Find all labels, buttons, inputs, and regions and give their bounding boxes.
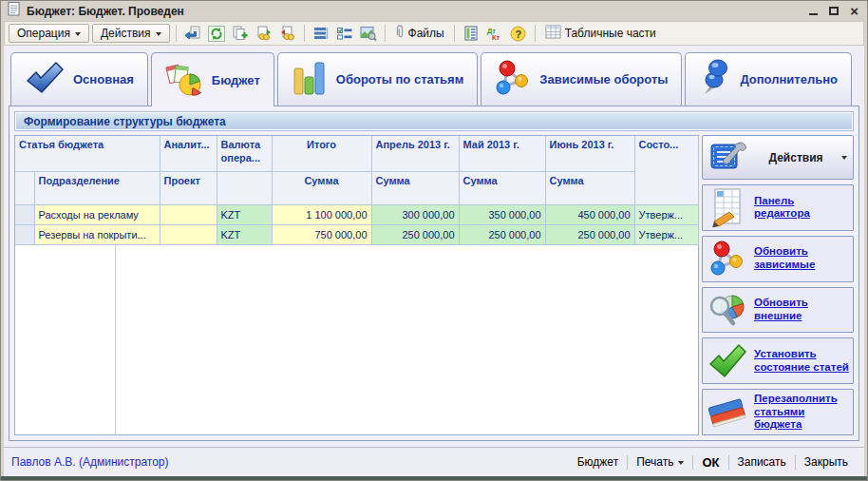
cell-state[interactable]: Утверж... <box>634 224 698 244</box>
col-header-june: Июнь 2013 г. <box>545 136 634 171</box>
cell-total[interactable]: 1 100 000,00 <box>272 204 371 224</box>
tabular-parts-button[interactable]: Табличные части <box>541 23 660 44</box>
settings-wrench-icon <box>708 141 750 175</box>
maximize-button[interactable] <box>829 7 839 15</box>
write-button[interactable]: Записать <box>729 452 795 471</box>
col-header-analytics: Аналит... <box>160 136 217 171</box>
cell-april[interactable]: 300 000,00 <box>371 204 459 224</box>
budget-document-window: Бюджет: Бюджет. Проведен × Операция Дейс… <box>0 0 868 481</box>
table-row: Расходы на рекламу KZT 1 100 000,00 300 … <box>15 204 698 224</box>
tab-label: Бюджет <box>212 73 260 87</box>
window-title: Бюджет: Бюджет. Проведен <box>27 5 803 18</box>
side-actions-button[interactable]: Действия <box>702 135 854 180</box>
tab-byudzhet[interactable]: Бюджет <box>151 52 274 106</box>
refill-articles-button[interactable]: Перезаполнить статьями бюджета <box>702 389 854 435</box>
budget-table-area: Статья бюджета Аналит... Валюта опера...… <box>14 135 699 435</box>
header-row-2: Подразделение Проект Сумма Сумма Сумма С… <box>15 171 698 204</box>
col-header-sum-total: Сумма <box>272 171 371 204</box>
close-form-button[interactable]: Закрыть <box>796 452 857 471</box>
editor-panel-button[interactable]: Панель редактора <box>702 184 854 231</box>
cell-april[interactable]: 250 000,00 <box>371 224 459 244</box>
dropdown-arrow-icon <box>75 32 81 39</box>
structure-picture-icon[interactable] <box>358 23 379 44</box>
print-button[interactable]: Печать <box>628 452 692 471</box>
bar-chart-icon <box>292 60 328 99</box>
tab-zavisimye-oboroty[interactable]: Зависимые обороты <box>481 52 682 106</box>
list-settings-icon[interactable] <box>334 23 355 44</box>
footer-bar: Павлов А.В. (Администратор) Бюджет Печат… <box>4 447 864 476</box>
blue-checkmark-icon <box>25 60 65 99</box>
close-form-label: Закрыть <box>804 455 848 469</box>
post-document-icon[interactable] <box>254 23 274 44</box>
tab-dopolnitelno[interactable]: Дополнительно <box>685 52 852 106</box>
operation-menu-button[interactable]: Операция <box>9 24 89 43</box>
set-state-label: Установить состояние статей <box>754 348 849 375</box>
list-rows-icon[interactable] <box>311 23 331 44</box>
set-state-button[interactable]: Установить состояние статей <box>702 337 854 384</box>
toolbar-separator <box>535 25 536 42</box>
col-header-state: Состо... <box>634 136 698 204</box>
table-row: Резервы на покрыти... KZT 750 000,00 250… <box>15 224 698 244</box>
print-label: Печать <box>636 455 673 469</box>
cell-may[interactable]: 350 000,00 <box>459 204 545 224</box>
cell-may[interactable]: 250 000,00 <box>459 224 545 244</box>
cell-june[interactable]: 250 000,00 <box>545 224 634 244</box>
tab-oboroty-po-statyam[interactable]: Обороты по статьям <box>277 52 479 106</box>
files-button[interactable]: Файлы <box>391 23 448 44</box>
actions-menu-button[interactable]: Действия <box>92 24 170 43</box>
write-label: Записать <box>738 455 786 469</box>
help-icon[interactable]: ? <box>508 23 529 44</box>
editor-panel-label: Панель редактора <box>754 195 849 221</box>
dropdown-arrow-icon <box>678 461 684 468</box>
cell-total[interactable]: 750 000,00 <box>272 224 371 244</box>
refresh-dependent-button[interactable]: Обновить зависимые <box>702 236 854 282</box>
column-splitter[interactable] <box>115 245 116 435</box>
cell-project[interactable] <box>160 224 217 244</box>
documents-pie-chart-icon <box>165 60 203 101</box>
col-header-sum-june: Сумма <box>545 171 634 204</box>
cell-state[interactable]: Утверж... <box>634 204 698 224</box>
refresh-icon[interactable] <box>206 23 227 44</box>
col-header-article: Статья бюджета <box>15 136 160 171</box>
unpost-document-icon[interactable] <box>277 23 298 44</box>
budget-footer-label: Бюджет <box>577 455 618 469</box>
cell-article[interactable]: Расходы на рекламу <box>34 204 160 224</box>
col-header-april: Апрель 2013 г. <box>371 136 459 171</box>
section-header: Формирование структуры бюджета <box>15 112 853 130</box>
current-user-label: Павлов А.В. (Администратор) <box>11 455 569 469</box>
col-header-indicator <box>15 171 34 204</box>
report-icon[interactable] <box>461 23 481 44</box>
refresh-external-label: Обновить внешние <box>754 297 849 323</box>
row-indicator-cell[interactable] <box>15 204 34 224</box>
budget-footer-button[interactable]: Бюджет <box>569 452 627 471</box>
cell-currency[interactable]: KZT <box>217 224 272 244</box>
debit-credit-icon[interactable]: ДтКт <box>484 23 505 44</box>
copy-add-icon[interactable] <box>230 23 251 44</box>
toolbar: Операция Действия <box>4 21 864 46</box>
molecule-icon <box>495 60 531 99</box>
refresh-external-button[interactable]: Обновить внешние <box>702 287 854 334</box>
tab-osnovnaya[interactable]: Основная <box>10 52 148 106</box>
cell-currency[interactable]: KZT <box>217 204 272 224</box>
dropdown-arrow-icon <box>156 32 161 39</box>
spreadsheet-pencil-icon <box>707 187 748 227</box>
cell-project[interactable] <box>160 204 217 224</box>
row-indicator-cell[interactable] <box>15 224 34 244</box>
cell-june[interactable]: 450 000,00 <box>545 204 634 224</box>
close-button[interactable]: × <box>850 7 859 16</box>
cell-article[interactable]: Резервы на покрыти... <box>34 224 160 244</box>
ok-button[interactable]: ОК <box>693 452 727 471</box>
actions-menu-label: Действия <box>101 27 151 40</box>
panel-content: Статья бюджета Аналит... Валюта опера...… <box>14 135 854 435</box>
eraser-icon <box>707 395 748 430</box>
refill-articles-label: Перезаполнить статьями бюджета <box>754 393 849 432</box>
add-record-icon[interactable] <box>182 23 203 44</box>
side-panel: Действия Панель редактора Обновить <box>702 135 854 435</box>
window-bottom-edge <box>1 476 867 480</box>
minimize-button[interactable] <box>809 7 818 15</box>
green-checkmark-icon <box>707 342 748 380</box>
side-actions-label: Действия <box>756 151 836 164</box>
refresh-dependent-label: Обновить зависимые <box>754 245 849 272</box>
tab-label: Обороты по статьям <box>336 72 464 87</box>
tab-label: Зависимые обороты <box>539 72 668 87</box>
